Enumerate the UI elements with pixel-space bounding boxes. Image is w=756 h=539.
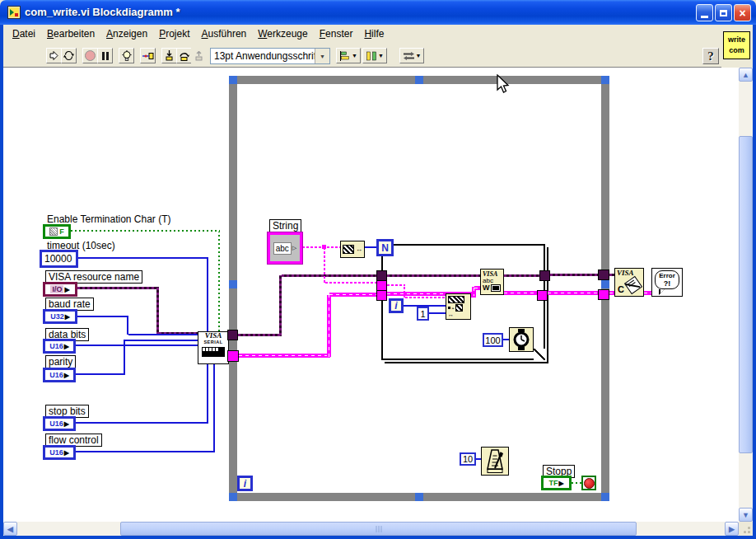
chevron-down-icon: ▼ <box>352 53 357 59</box>
align-icon <box>339 51 351 61</box>
scroll-right-button[interactable]: ▶ <box>725 522 739 536</box>
wire-numeric[interactable] <box>76 422 208 424</box>
menu-fenster[interactable]: Fenster <box>314 26 359 41</box>
menu-ausfuehren[interactable]: Ausführen <box>196 26 253 41</box>
run-icon <box>49 50 59 61</box>
abort-icon <box>85 50 96 61</box>
selection-handle[interactable] <box>229 280 237 288</box>
step-into-button[interactable] <box>161 48 177 63</box>
font-selector[interactable]: 13pt Anwendungsschriftart ▼ <box>210 48 330 64</box>
tunnel-error[interactable] <box>537 290 548 301</box>
scroll-up-button[interactable]: ▲ <box>739 68 753 82</box>
menu-werkzeuge[interactable]: Werkzeuge <box>252 26 313 41</box>
error-handler-node[interactable]: Error ?! <box>651 268 683 297</box>
tunnel-error[interactable] <box>227 350 239 362</box>
wire-error[interactable] <box>644 291 651 295</box>
selection-handle[interactable] <box>415 76 423 84</box>
while-loop[interactable] <box>229 76 609 501</box>
wire-numeric[interactable] <box>76 344 198 346</box>
chevron-down-icon[interactable]: ▼ <box>315 49 329 63</box>
selection-handle[interactable] <box>229 493 237 501</box>
align-objects-button[interactable]: ▼ <box>336 48 361 63</box>
block-diagram-canvas[interactable]: Enable Termination Char (T) F timeout (1… <box>3 68 739 522</box>
book-icon <box>624 276 642 294</box>
output-arrow-icon: ▶ <box>65 313 70 321</box>
wire-numeric[interactable] <box>207 259 208 332</box>
window-border-right <box>753 25 756 536</box>
timeout-control[interactable]: 10000 <box>40 250 78 268</box>
wire-numeric[interactable] <box>78 257 208 259</box>
wire-numeric[interactable] <box>207 363 208 424</box>
wire-numeric[interactable] <box>125 340 198 341</box>
menu-anzeigen[interactable]: Anzeigen <box>100 26 153 41</box>
vi-icon[interactable]: write com <box>723 31 750 59</box>
wire-boolean[interactable] <box>71 230 220 232</box>
step-over-button[interactable] <box>176 48 192 63</box>
stop-bits-terminal[interactable]: U16▶ <box>43 416 76 431</box>
wire-numeric[interactable] <box>76 451 215 452</box>
selection-handle[interactable] <box>601 280 609 288</box>
minimize-button[interactable] <box>696 4 713 21</box>
close-button[interactable]: × <box>734 4 751 21</box>
wire-visa[interactable] <box>156 287 159 335</box>
retain-wire-values-button[interactable] <box>140 48 156 63</box>
flow-control-terminal[interactable]: U16▶ <box>43 445 76 460</box>
resize-grip[interactable] <box>739 522 753 536</box>
visa-resource-terminal[interactable]: I/O▶ <box>43 282 77 297</box>
highlight-execution-button[interactable] <box>119 48 134 63</box>
scroll-left-button[interactable]: ◀ <box>3 522 17 536</box>
selection-handle[interactable] <box>229 76 237 84</box>
minimize-icon <box>701 16 708 18</box>
menu-projekt[interactable]: Projekt <box>153 26 195 41</box>
chevron-down-icon: ▼ <box>378 53 384 59</box>
enable-term-label: Enable Termination Char (T) <box>47 213 171 225</box>
wire-boolean[interactable] <box>218 232 220 331</box>
data-bits-terminal[interactable]: U16▶ <box>43 339 76 354</box>
output-arrow-icon: ▶ <box>64 343 69 350</box>
run-continuous-button[interactable] <box>61 48 77 63</box>
window-border-bottom <box>0 536 756 539</box>
vertical-scroll-thumb[interactable] <box>739 136 753 453</box>
tunnel-error[interactable] <box>376 290 387 301</box>
tunnel-visa[interactable] <box>227 330 238 340</box>
wire-numeric[interactable] <box>124 340 125 375</box>
distribute-objects-button[interactable]: ▼ <box>362 48 387 63</box>
menu-datei[interactable]: Datei <box>7 26 41 41</box>
run-button[interactable] <box>46 48 62 63</box>
step-into-icon <box>164 50 175 61</box>
visa-configure-serial-node[interactable]: VISA SERIAL <box>198 331 229 364</box>
abort-button[interactable] <box>82 48 98 63</box>
pause-button[interactable] <box>97 48 113 63</box>
labview-window: com_write.vi Blockdiagramm * × Datei Bea… <box>0 0 756 539</box>
horizontal-scrollbar[interactable]: ◀ ▶ <box>3 522 739 536</box>
wire-numeric[interactable] <box>128 334 198 335</box>
title-bar[interactable]: com_write.vi Blockdiagramm * × <box>0 0 756 25</box>
wire-numeric[interactable] <box>77 316 128 317</box>
selection-handle[interactable] <box>415 493 423 501</box>
horizontal-scroll-thumb[interactable] <box>120 522 637 536</box>
step-out-button[interactable] <box>191 48 207 63</box>
selection-handle[interactable] <box>601 493 609 501</box>
wire-numeric[interactable] <box>213 363 215 452</box>
help-button[interactable]: ? <box>702 48 719 64</box>
toolbar: 13pt Anwendungsschriftart ▼ ▼ ▼ ▼ ? <box>3 43 721 68</box>
vertical-scrollbar[interactable]: ▲ ▼ <box>739 68 753 522</box>
tunnel-visa[interactable] <box>598 270 609 280</box>
wire-visa[interactable] <box>77 287 158 289</box>
maximize-button[interactable] <box>715 4 732 21</box>
baud-rate-terminal[interactable]: U32▶ <box>43 309 77 324</box>
parity-terminal[interactable]: U16▶ <box>43 368 76 382</box>
scroll-down-button[interactable]: ▼ <box>739 508 753 522</box>
menu-bearbeiten[interactable]: Bearbeiten <box>41 26 100 41</box>
tunnel-error[interactable] <box>598 289 609 300</box>
tunnel-visa[interactable] <box>539 270 550 281</box>
wire-numeric[interactable] <box>127 317 128 335</box>
vi-icon-line2: com <box>724 45 749 56</box>
selection-handle[interactable] <box>601 76 609 84</box>
visa-close-node[interactable]: VISA C <box>614 268 644 297</box>
reorder-objects-button[interactable]: ▼ <box>399 48 424 63</box>
distribute-icon <box>366 51 377 61</box>
wire-numeric[interactable] <box>76 373 125 375</box>
menu-hilfe[interactable]: Hilfe <box>358 26 390 41</box>
enable-term-terminal[interactable]: F <box>43 224 71 239</box>
